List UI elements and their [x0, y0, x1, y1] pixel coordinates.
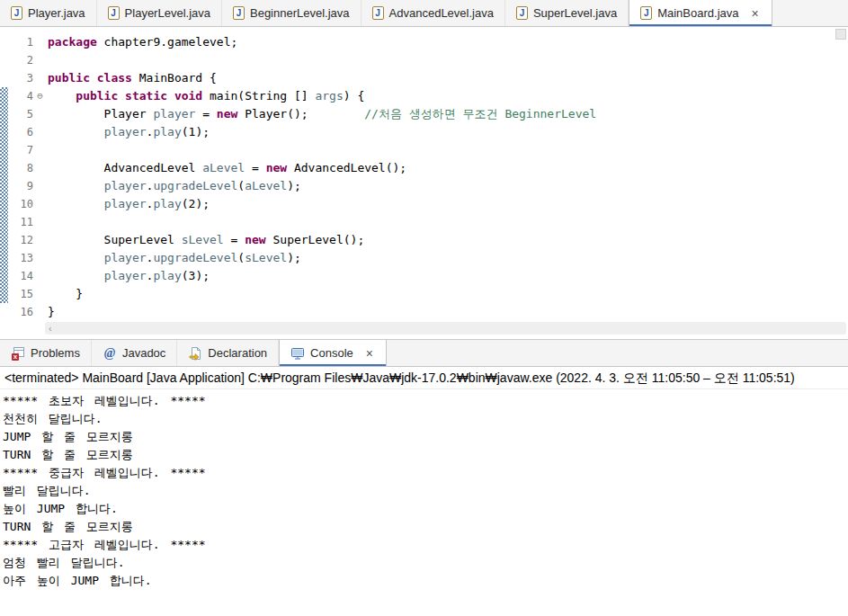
- range-indicator: [0, 303, 8, 321]
- fold-spacer: [33, 303, 47, 321]
- line-number: 5: [8, 105, 33, 123]
- java-file-icon: J: [640, 6, 652, 20]
- range-indicator: [0, 69, 8, 87]
- line-number: 10: [8, 195, 33, 213]
- code-line: 6 player.play(1);: [0, 123, 848, 141]
- code-line: 7: [0, 141, 848, 159]
- tab-label: Javadoc: [122, 346, 165, 360]
- code-text: player.play(2);: [47, 195, 210, 213]
- code-line: 4⊖ public static void main(String [] arg…: [0, 87, 848, 105]
- range-indicator: [0, 267, 8, 285]
- close-icon[interactable]: ×: [749, 7, 760, 20]
- tab-label: SuperLevel.java: [533, 6, 617, 20]
- line-number: 15: [8, 285, 33, 303]
- code-line: 10 player.play(2);: [0, 195, 848, 213]
- editor-tab-player-java[interactable]: JPlayer.java: [0, 0, 97, 26]
- fold-spacer: [33, 33, 47, 51]
- javadoc-at-glyph: @: [103, 346, 115, 361]
- bottom-tab-javadoc[interactable]: @Javadoc: [92, 340, 177, 366]
- fold-spacer: [33, 195, 47, 213]
- console-line: 높이 JUMP 합니다.: [3, 500, 848, 518]
- fold-spacer: [33, 69, 47, 87]
- console-line: 아주 높이 JUMP 합니다.: [3, 572, 848, 588]
- line-number: 1: [8, 33, 33, 51]
- range-indicator: [0, 159, 8, 177]
- code-text: AdvancedLevel aLevel = new AdvancedLevel…: [47, 159, 406, 177]
- bottom-tab-declaration[interactable]: Declaration: [177, 340, 279, 366]
- console-output[interactable]: ***** 초보자 레벨입니다. *****천천히 달립니다.JUMP 할 줄 …: [0, 389, 848, 588]
- fold-spacer: [33, 159, 47, 177]
- bottom-tab-bar: xProblems@JavadocDeclarationConsole×: [0, 340, 848, 367]
- code-text: SuperLevel sLevel = new SuperLevel();: [47, 231, 364, 249]
- close-icon[interactable]: ×: [364, 347, 375, 360]
- code-text: public static void main(String [] args) …: [47, 87, 364, 105]
- editor-tab-superlevel-java[interactable]: JSuperLevel.java: [505, 0, 629, 26]
- editor-tab-bar: JPlayer.javaJPlayerLevel.javaJBeginnerLe…: [0, 0, 848, 27]
- code-line: 14 player.play(3);: [0, 267, 848, 285]
- code-line: 13 player.upgradeLevel(sLevel);: [0, 249, 848, 267]
- line-number: 9: [8, 177, 33, 195]
- tab-label: Declaration: [208, 346, 267, 360]
- code-line: 5 Player player = new Player(); //처음 생성하…: [0, 105, 848, 123]
- editor-tab-playerlevel-java[interactable]: JPlayerLevel.java: [97, 0, 222, 26]
- bottom-tab-problems[interactable]: xProblems: [0, 340, 92, 366]
- line-number: 13: [8, 249, 33, 267]
- code-text: [47, 51, 48, 69]
- console-line: TURN 할 줄 모르지롱: [3, 446, 848, 464]
- fold-spacer: [33, 213, 47, 231]
- line-number: 3: [8, 69, 33, 87]
- fold-spacer: [33, 105, 47, 123]
- code-line: 3public class MainBoard {: [0, 69, 848, 87]
- scrollbar-top-button[interactable]: [835, 29, 846, 40]
- range-indicator: [0, 33, 8, 51]
- console-icon: [290, 346, 305, 361]
- fold-spacer: [33, 231, 47, 249]
- tab-label: Console: [310, 346, 353, 360]
- code-text: }: [47, 303, 55, 321]
- range-indicator: [0, 141, 8, 159]
- fold-minus-icon[interactable]: ⊖: [33, 87, 47, 105]
- code-text: public class MainBoard {: [47, 69, 217, 87]
- horizontal-scrollbar[interactable]: ‹: [45, 322, 846, 335]
- code-text: player.play(1);: [47, 123, 210, 141]
- code-line: 1package chapter9.gamelevel;: [0, 33, 848, 51]
- tab-label: MainBoard.java: [657, 6, 738, 20]
- line-number: 16: [8, 303, 33, 321]
- console-line: ***** 중급자 레벨입니다. *****: [3, 464, 848, 482]
- code-text: player.upgradeLevel(sLevel);: [47, 249, 301, 267]
- tab-label: AdvancedLevel.java: [389, 6, 494, 20]
- code-text: package chapter9.gamelevel;: [47, 33, 237, 51]
- editor-tab-beginnerlevel-java[interactable]: JBeginnerLevel.java: [222, 0, 362, 26]
- code-line: 15 }: [0, 285, 848, 303]
- line-number: 2: [8, 51, 33, 69]
- java-file-icon: J: [372, 6, 384, 20]
- java-file-icon: J: [516, 6, 528, 20]
- bottom-tab-console[interactable]: Console×: [279, 340, 387, 366]
- code-text: [47, 141, 48, 159]
- java-file-icon: J: [11, 6, 22, 20]
- java-file-icon: J: [108, 6, 120, 20]
- code-line: 16}: [0, 303, 848, 321]
- code-line: 2: [0, 51, 848, 69]
- editor-tab-mainboard-java[interactable]: JMainBoard.java×: [629, 0, 772, 26]
- fold-spacer: [33, 177, 47, 195]
- code-lines: 1package chapter9.gamelevel;23public cla…: [0, 33, 848, 321]
- code-text: }: [47, 285, 83, 303]
- line-number: 14: [8, 267, 33, 285]
- javadoc-icon: @: [103, 346, 117, 361]
- problems-icon: x: [11, 346, 25, 361]
- fold-spacer: [33, 285, 47, 303]
- console-line: ***** 초보자 레벨입니다. *****: [3, 392, 848, 410]
- code-text: player.play(3);: [47, 267, 210, 285]
- range-indicator: [0, 105, 8, 123]
- code-editor[interactable]: 1package chapter9.gamelevel;23public cla…: [0, 27, 848, 339]
- editor-tab-advancedlevel-java[interactable]: JAdvancedLevel.java: [362, 0, 505, 26]
- line-number: 6: [8, 123, 33, 141]
- code-text: [47, 213, 48, 231]
- fold-spacer: [33, 141, 47, 159]
- range-indicator: [0, 231, 8, 249]
- java-file-icon: J: [233, 6, 245, 20]
- fold-spacer: [33, 249, 47, 267]
- range-indicator: [0, 123, 8, 141]
- range-indicator: [0, 87, 8, 105]
